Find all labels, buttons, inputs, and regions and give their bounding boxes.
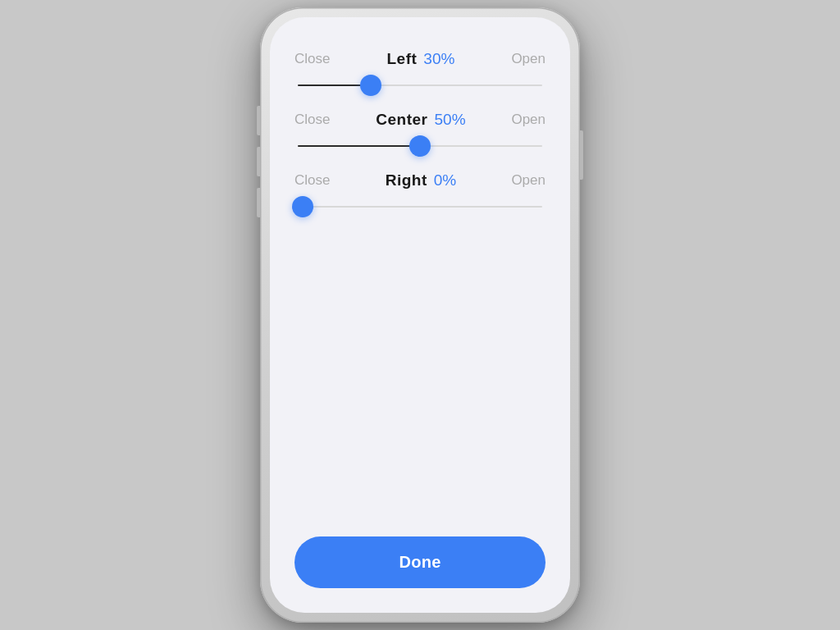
close-label-center: Close [294, 112, 330, 128]
slider-thumb-center[interactable] [409, 135, 431, 157]
slider-title-left: Left 30% [387, 50, 455, 68]
slider-track-left[interactable] [298, 83, 542, 88]
slider-track-fill-center [298, 145, 420, 147]
phone-screen: Close Left 30% Open Close [270, 17, 570, 613]
screen-content: Close Left 30% Open Close [270, 17, 570, 613]
slider-labels-right: Close Right 0% Open [294, 171, 546, 189]
open-label-left: Open [511, 51, 546, 67]
slider-name-right: Right [386, 171, 427, 189]
open-label-center: Open [511, 112, 546, 128]
slider-title-right: Right 0% [386, 171, 457, 189]
slider-title-center: Center 50% [376, 111, 465, 129]
close-label-right: Close [294, 172, 330, 189]
slider-group-left: Close Left 30% Open [294, 50, 546, 88]
slider-track-right[interactable] [298, 204, 542, 209]
slider-percent-right: 0% [434, 171, 456, 189]
slider-name-left: Left [387, 50, 418, 68]
close-label-left: Close [294, 51, 330, 67]
slider-name-center: Center [376, 111, 427, 129]
slider-track-center[interactable] [298, 144, 542, 148]
slider-thumb-right[interactable] [292, 196, 313, 217]
slider-group-right: Close Right 0% Open [294, 171, 546, 209]
slider-labels-left: Close Left 30% Open [294, 50, 546, 68]
phone-frame: Close Left 30% Open Close [260, 7, 580, 623]
spacer [294, 232, 546, 536]
slider-percent-center: 50% [435, 111, 466, 129]
open-label-right: Open [511, 172, 546, 189]
slider-group-center: Close Center 50% Open [294, 111, 546, 148]
slider-percent-left: 30% [423, 50, 454, 68]
slider-labels-center: Close Center 50% Open [294, 111, 546, 129]
slider-thumb-left[interactable] [360, 75, 381, 96]
done-button[interactable]: Done [294, 536, 546, 588]
slider-track-bg-right [298, 206, 542, 208]
